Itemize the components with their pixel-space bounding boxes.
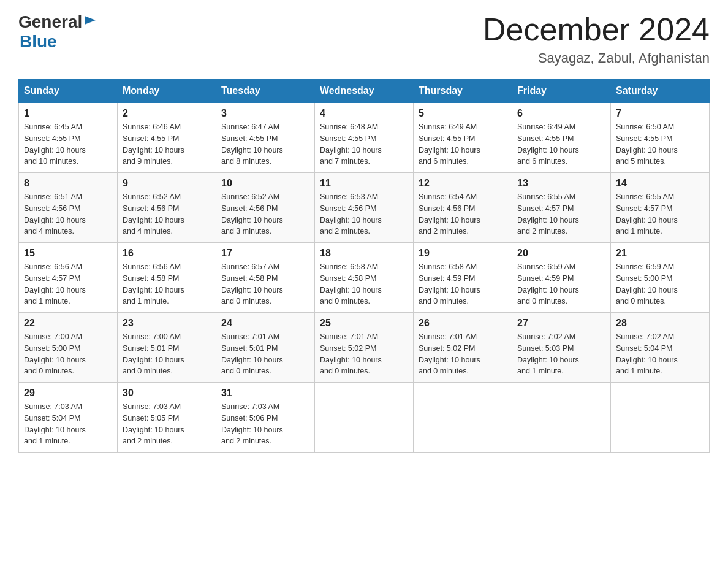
day-info: Sunrise: 7:02 AMSunset: 5:04 PMDaylight:… [616, 332, 678, 375]
day-number: 9 [123, 178, 211, 189]
col-saturday: Saturday [611, 79, 710, 103]
col-sunday: Sunday [19, 79, 118, 103]
day-number: 15 [24, 248, 112, 259]
logo-blue-text: Blue [20, 32, 97, 52]
table-row: 3 Sunrise: 6:47 AMSunset: 4:55 PMDayligh… [216, 103, 315, 173]
day-info: Sunrise: 7:03 AMSunset: 5:05 PMDaylight:… [123, 402, 184, 445]
day-info: Sunrise: 7:02 AMSunset: 5:03 PMDaylight:… [517, 332, 579, 375]
day-number: 25 [320, 318, 408, 329]
logo-general-text: General [18, 12, 82, 32]
day-number: 20 [517, 248, 605, 259]
day-info: Sunrise: 6:46 AMSunset: 4:55 PMDaylight:… [123, 123, 184, 166]
day-number: 26 [419, 318, 507, 329]
day-number: 22 [24, 318, 112, 329]
table-row: 13 Sunrise: 6:55 AMSunset: 4:57 PMDaylig… [512, 173, 611, 243]
table-row: 23 Sunrise: 7:00 AMSunset: 5:01 PMDaylig… [118, 313, 216, 383]
table-row: 27 Sunrise: 7:02 AMSunset: 5:03 PMDaylig… [512, 313, 611, 383]
table-row: 8 Sunrise: 6:51 AMSunset: 4:56 PMDayligh… [19, 173, 118, 243]
table-row: 18 Sunrise: 6:58 AMSunset: 4:58 PMDaylig… [315, 243, 414, 313]
svg-marker-0 [85, 16, 96, 25]
day-number: 29 [24, 388, 112, 399]
day-number: 13 [517, 178, 605, 189]
table-row: 4 Sunrise: 6:48 AMSunset: 4:55 PMDayligh… [315, 103, 414, 173]
day-number: 5 [419, 108, 507, 119]
table-row: 29 Sunrise: 7:03 AMSunset: 5:04 PMDaylig… [19, 383, 118, 453]
table-row: 28 Sunrise: 7:02 AMSunset: 5:04 PMDaylig… [611, 313, 710, 383]
day-number: 7 [616, 108, 704, 119]
day-info: Sunrise: 6:56 AMSunset: 4:58 PMDaylight:… [123, 262, 184, 305]
table-row: 9 Sunrise: 6:52 AMSunset: 4:56 PMDayligh… [118, 173, 216, 243]
day-number: 30 [123, 388, 211, 399]
table-row [512, 383, 611, 453]
table-row: 2 Sunrise: 6:46 AMSunset: 4:55 PMDayligh… [118, 103, 216, 173]
page-header: General Blue December 2024 Sayagaz, Zabu… [18, 12, 710, 66]
table-row: 12 Sunrise: 6:54 AMSunset: 4:56 PMDaylig… [414, 173, 512, 243]
table-row: 17 Sunrise: 6:57 AMSunset: 4:58 PMDaylig… [216, 243, 315, 313]
col-thursday: Thursday [414, 79, 512, 103]
col-friday: Friday [512, 79, 611, 103]
day-info: Sunrise: 6:47 AMSunset: 4:55 PMDaylight:… [221, 123, 283, 166]
day-number: 16 [123, 248, 211, 259]
table-row [315, 383, 414, 453]
col-monday: Monday [118, 79, 216, 103]
table-row: 21 Sunrise: 6:59 AMSunset: 5:00 PMDaylig… [611, 243, 710, 313]
day-info: Sunrise: 6:58 AMSunset: 4:58 PMDaylight:… [320, 262, 382, 305]
day-info: Sunrise: 7:01 AMSunset: 5:02 PMDaylight:… [320, 332, 382, 375]
calendar-week-row: 15 Sunrise: 6:56 AMSunset: 4:57 PMDaylig… [19, 243, 710, 313]
day-number: 23 [123, 318, 211, 329]
table-row: 15 Sunrise: 6:56 AMSunset: 4:57 PMDaylig… [19, 243, 118, 313]
day-number: 1 [24, 108, 112, 119]
table-row: 22 Sunrise: 7:00 AMSunset: 5:00 PMDaylig… [19, 313, 118, 383]
day-info: Sunrise: 6:49 AMSunset: 4:55 PMDaylight:… [419, 123, 480, 166]
table-row: 30 Sunrise: 7:03 AMSunset: 5:05 PMDaylig… [118, 383, 216, 453]
day-number: 12 [419, 178, 507, 189]
day-info: Sunrise: 6:59 AMSunset: 5:00 PMDaylight:… [616, 262, 678, 305]
day-info: Sunrise: 7:00 AMSunset: 5:00 PMDaylight:… [24, 332, 86, 375]
day-number: 17 [221, 248, 309, 259]
calendar-week-row: 29 Sunrise: 7:03 AMSunset: 5:04 PMDaylig… [19, 383, 710, 453]
day-info: Sunrise: 6:58 AMSunset: 4:59 PMDaylight:… [419, 262, 480, 305]
calendar-week-row: 22 Sunrise: 7:00 AMSunset: 5:00 PMDaylig… [19, 313, 710, 383]
day-info: Sunrise: 6:53 AMSunset: 4:56 PMDaylight:… [320, 193, 382, 236]
day-number: 18 [320, 248, 408, 259]
day-info: Sunrise: 6:45 AMSunset: 4:55 PMDaylight:… [24, 123, 86, 166]
table-row: 10 Sunrise: 6:52 AMSunset: 4:56 PMDaylig… [216, 173, 315, 243]
day-number: 3 [221, 108, 309, 119]
title-block: December 2024 Sayagaz, Zabul, Afghanista… [483, 12, 710, 66]
day-info: Sunrise: 6:59 AMSunset: 4:59 PMDaylight:… [517, 262, 579, 305]
day-number: 31 [221, 388, 309, 399]
location-subtitle: Sayagaz, Zabul, Afghanistan [483, 50, 710, 66]
day-info: Sunrise: 6:55 AMSunset: 4:57 PMDaylight:… [616, 193, 678, 236]
table-row: 11 Sunrise: 6:53 AMSunset: 4:56 PMDaylig… [315, 173, 414, 243]
day-info: Sunrise: 6:52 AMSunset: 4:56 PMDaylight:… [123, 193, 184, 236]
month-title: December 2024 [483, 12, 710, 47]
day-number: 19 [419, 248, 507, 259]
table-row: 31 Sunrise: 7:03 AMSunset: 5:06 PMDaylig… [216, 383, 315, 453]
day-info: Sunrise: 7:03 AMSunset: 5:04 PMDaylight:… [24, 402, 86, 445]
day-info: Sunrise: 6:50 AMSunset: 4:55 PMDaylight:… [616, 123, 678, 166]
logo-arrow-icon [83, 13, 97, 27]
table-row [611, 383, 710, 453]
table-row: 1 Sunrise: 6:45 AMSunset: 4:55 PMDayligh… [19, 103, 118, 173]
table-row: 24 Sunrise: 7:01 AMSunset: 5:01 PMDaylig… [216, 313, 315, 383]
table-row: 5 Sunrise: 6:49 AMSunset: 4:55 PMDayligh… [414, 103, 512, 173]
day-number: 14 [616, 178, 704, 189]
day-info: Sunrise: 6:49 AMSunset: 4:55 PMDaylight:… [517, 123, 579, 166]
day-info: Sunrise: 6:55 AMSunset: 4:57 PMDaylight:… [517, 193, 579, 236]
day-info: Sunrise: 6:51 AMSunset: 4:56 PMDaylight:… [24, 193, 86, 236]
calendar-week-row: 1 Sunrise: 6:45 AMSunset: 4:55 PMDayligh… [19, 103, 710, 173]
day-number: 4 [320, 108, 408, 119]
day-info: Sunrise: 6:48 AMSunset: 4:55 PMDaylight:… [320, 123, 382, 166]
logo: General Blue [18, 12, 97, 52]
day-number: 11 [320, 178, 408, 189]
table-row: 19 Sunrise: 6:58 AMSunset: 4:59 PMDaylig… [414, 243, 512, 313]
day-info: Sunrise: 6:52 AMSunset: 4:56 PMDaylight:… [221, 193, 283, 236]
day-number: 2 [123, 108, 211, 119]
day-number: 24 [221, 318, 309, 329]
day-info: Sunrise: 6:54 AMSunset: 4:56 PMDaylight:… [419, 193, 480, 236]
day-info: Sunrise: 7:00 AMSunset: 5:01 PMDaylight:… [123, 332, 184, 375]
day-number: 27 [517, 318, 605, 329]
table-row: 14 Sunrise: 6:55 AMSunset: 4:57 PMDaylig… [611, 173, 710, 243]
day-info: Sunrise: 7:03 AMSunset: 5:06 PMDaylight:… [221, 402, 283, 445]
table-row: 16 Sunrise: 6:56 AMSunset: 4:58 PMDaylig… [118, 243, 216, 313]
